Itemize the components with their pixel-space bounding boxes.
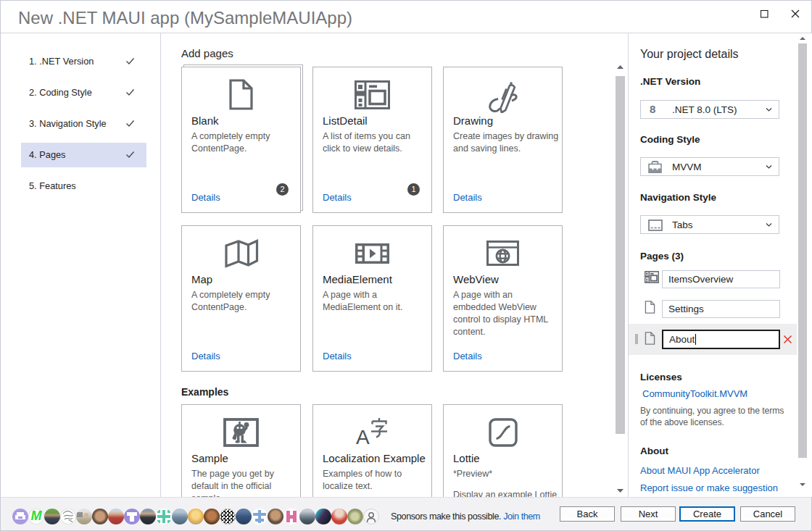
svg-text:A: A <box>356 426 370 448</box>
